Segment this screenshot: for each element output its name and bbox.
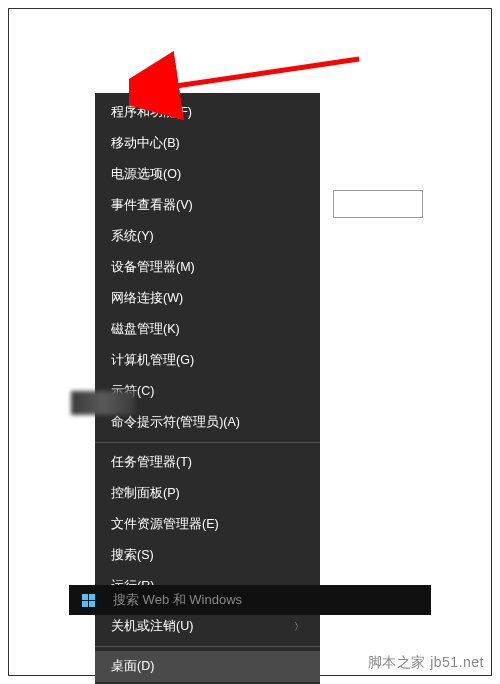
- menu-item-16[interactable]: 关机或注销(U)〉: [95, 611, 320, 642]
- menu-item-label: 移动中心(B): [111, 135, 180, 152]
- menu-item-label: 设备管理器(M): [111, 259, 195, 276]
- menu-item-14[interactable]: 搜索(S): [95, 540, 320, 571]
- menu-item-label: 桌面(D): [111, 658, 154, 675]
- menu-separator: [95, 646, 320, 647]
- menu-item-label: 网络连接(W): [111, 290, 183, 307]
- menu-item-label: 事件查看器(V): [111, 197, 193, 214]
- menu-item-label: 任务管理器(T): [111, 454, 192, 471]
- page-search-box[interactable]: [333, 190, 423, 218]
- menu-item-4[interactable]: 系统(Y): [95, 221, 320, 252]
- menu-item-3[interactable]: 事件查看器(V): [95, 190, 320, 221]
- content-area: 程序和功能(F)移动中心(B)电源选项(O)事件查看器(V)系统(Y)设备管理器…: [39, 39, 461, 645]
- menu-item-6[interactable]: 网络连接(W): [95, 283, 320, 314]
- chevron-right-icon: 〉: [294, 620, 304, 634]
- start-button[interactable]: [69, 585, 107, 615]
- menu-item-label: 文件资源管理器(E): [111, 516, 219, 533]
- watermark-text: 脚本之家 jb51.net: [368, 654, 484, 672]
- menu-item-label: 磁盘管理(K): [111, 321, 180, 338]
- menu-item-1[interactable]: 移动中心(B): [95, 128, 320, 159]
- menu-item-label: 关机或注销(U): [111, 618, 193, 635]
- menu-item-label: 计算机管理(G): [111, 352, 194, 369]
- menu-item-label: 程序和功能(F): [111, 104, 192, 121]
- menu-item-11[interactable]: 任务管理器(T): [95, 447, 320, 478]
- windows-logo-icon: [82, 594, 95, 607]
- menu-item-label: 搜索(S): [111, 547, 154, 564]
- menu-item-label: 控制面板(P): [111, 485, 180, 502]
- menu-item-5[interactable]: 设备管理器(M): [95, 252, 320, 283]
- taskbar-search-input[interactable]: 搜索 Web 和 Windows: [107, 591, 431, 609]
- taskbar: 搜索 Web 和 Windows: [69, 585, 431, 615]
- menu-item-7[interactable]: 磁盘管理(K): [95, 314, 320, 345]
- menu-item-13[interactable]: 文件资源管理器(E): [95, 509, 320, 540]
- menu-item-label: 命令提示符(管理员)(A): [111, 414, 240, 431]
- menu-item-label: 电源选项(O): [111, 166, 181, 183]
- menu-item-2[interactable]: 电源选项(O): [95, 159, 320, 190]
- menu-item-12[interactable]: 控制面板(P): [95, 478, 320, 509]
- menu-separator: [95, 442, 320, 443]
- censored-region: [71, 391, 135, 415]
- outer-frame: 程序和功能(F)移动中心(B)电源选项(O)事件查看器(V)系统(Y)设备管理器…: [8, 8, 492, 676]
- menu-item-8[interactable]: 计算机管理(G): [95, 345, 320, 376]
- menu-item-0[interactable]: 程序和功能(F): [95, 97, 320, 128]
- menu-item-17[interactable]: 桌面(D): [95, 651, 320, 682]
- menu-item-label: 系统(Y): [111, 228, 154, 245]
